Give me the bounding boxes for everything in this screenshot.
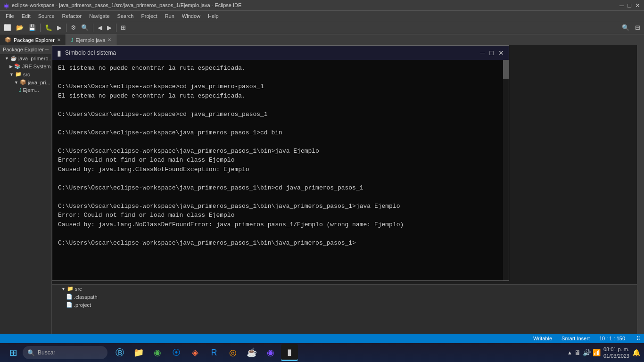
- taskbar-app-office[interactable]: ◈: [187, 344, 204, 361]
- taskbar-apps: Ⓑ 📁 ◉ ⦿ ◈ R ◎ ☕ ◉ ▮: [111, 344, 298, 361]
- tree-src[interactable]: ▼ 📁 src: [0, 70, 51, 78]
- toolbar-perspective-btn[interactable]: ⊟: [633, 23, 642, 32]
- menu-run[interactable]: Run: [161, 12, 178, 20]
- cmd-scrollbar[interactable]: [503, 60, 509, 280]
- cmd-icon: ▮: [57, 49, 61, 58]
- tree-package[interactable]: ▼ 📦 java_pri...: [0, 78, 51, 86]
- tray-arrow[interactable]: ▲: [567, 350, 572, 355]
- tab-package-explorer-close[interactable]: ✕: [57, 37, 61, 42]
- taskbar-app-eclipse[interactable]: ◉: [262, 344, 279, 361]
- taskbar-app-chrome[interactable]: ◉: [149, 344, 166, 361]
- toolbar-run[interactable]: ▶: [55, 23, 64, 32]
- taskbar-app-bing[interactable]: Ⓑ: [111, 344, 128, 361]
- ejemplo-label: Ejem...: [23, 87, 39, 93]
- tab-package-explorer-label: Package Explorer: [14, 37, 55, 43]
- cmd-titlebar: ▮ Símbolo del sistema ─ □ ✕: [52, 46, 509, 60]
- cmd-content[interactable]: El sistema no puede encontrar la ruta es…: [52, 60, 509, 280]
- close-button[interactable]: ✕: [635, 2, 640, 9]
- tab-ejemplo-java[interactable]: J Ejemplo.java ✕: [66, 34, 116, 45]
- toolbar: ⬜ 📂 💾 🐛 ▶ ⚙ 🔍 ◀ ▶ ⊞ 🔍 ⊟: [0, 21, 644, 34]
- toolbar-sep2: [66, 24, 66, 32]
- cmd-taskbar-icon-glyph: ▮: [287, 347, 292, 357]
- start-button[interactable]: ⊞: [4, 344, 23, 361]
- project-icon: ☕: [10, 55, 17, 61]
- cmd-line-6: [58, 119, 503, 128]
- windows-logo: ⊞: [9, 347, 17, 358]
- r-icon: R: [211, 348, 217, 358]
- taskbar-app-explorer[interactable]: 📁: [130, 344, 147, 361]
- toolbar-sep4: [116, 24, 116, 32]
- minimize-button[interactable]: ─: [619, 2, 624, 9]
- menu-search[interactable]: Search: [114, 12, 138, 20]
- cmd-line-8: [58, 137, 503, 147]
- pkg-icon: 📦: [20, 79, 26, 85]
- toolbar-build[interactable]: ⚙: [69, 23, 78, 32]
- cmd-title: Símbolo del sistema: [65, 49, 116, 56]
- toolbar-back[interactable]: ◀: [96, 23, 104, 32]
- toolbar-search[interactable]: 🔍: [79, 23, 91, 32]
- time: 08:01 p. m.: [603, 346, 629, 353]
- menu-edit[interactable]: Edit: [18, 12, 34, 20]
- tree-java-primeros[interactable]: ▼ ☕ java_primero...: [0, 54, 51, 62]
- maximize-button[interactable]: □: [627, 2, 631, 9]
- taskbar-app-cmd[interactable]: ▮: [281, 344, 298, 361]
- bottom-tree-src[interactable]: ▼ 📁 src: [52, 285, 637, 293]
- menu-window[interactable]: Window: [178, 12, 204, 20]
- taskbar-app-edge[interactable]: ⦿: [168, 344, 185, 361]
- toolbar-save[interactable]: 💾: [26, 23, 38, 32]
- sidebar-header: Package Explorer ─: [0, 45, 51, 54]
- toolbar-new[interactable]: ⬜: [2, 23, 13, 32]
- cmd-minimize[interactable]: ─: [480, 49, 485, 57]
- toolbar-debug[interactable]: 🐛: [43, 23, 54, 32]
- taskbar-app-r[interactable]: R: [206, 344, 223, 361]
- tab-package-explorer[interactable]: 📦 Package Explorer ✕: [0, 34, 66, 45]
- sidebar-collapse[interactable]: ─: [45, 47, 49, 52]
- bottom-classpath[interactable]: 📄 .classpath: [52, 293, 637, 301]
- toolbar-perspectives[interactable]: ⊞: [119, 23, 128, 32]
- toolbar-open[interactable]: 📂: [14, 23, 25, 32]
- notification-btn[interactable]: 🔔: [632, 349, 640, 356]
- taskbar-search[interactable]: 🔍 Buscar: [23, 346, 107, 359]
- tray-network[interactable]: 🖥: [574, 349, 581, 356]
- toolbar-search-global[interactable]: 🔍: [620, 23, 631, 32]
- office-icon: ◈: [192, 347, 198, 358]
- menu-project[interactable]: Project: [137, 12, 161, 20]
- menu-help[interactable]: Help: [204, 12, 223, 20]
- tray-wifi[interactable]: 📶: [593, 349, 601, 356]
- bottom-src-icon: 📁: [67, 286, 74, 292]
- cmd-close[interactable]: ✕: [498, 49, 504, 57]
- tree-jre-system[interactable]: ▶ 📚 JRE System...: [0, 62, 51, 70]
- bing-icon: Ⓑ: [116, 347, 124, 358]
- java-icon: ☕: [247, 347, 257, 358]
- src-icon: 📁: [15, 71, 22, 77]
- src-expand: ▼: [9, 72, 14, 77]
- taskbar-app-java[interactable]: ☕: [243, 344, 260, 361]
- clock[interactable]: 08:01 p. m. 01/03/2023: [603, 346, 629, 360]
- cmd-maximize[interactable]: □: [490, 49, 494, 57]
- classpath-icon: 📄: [66, 294, 73, 300]
- classpath-label: .classpath: [74, 294, 98, 300]
- project-file-icon: 📄: [66, 302, 73, 308]
- toolbar-forward[interactable]: ▶: [105, 23, 114, 32]
- menu-file[interactable]: File: [2, 12, 18, 20]
- taskbar-app-mozilla[interactable]: ◎: [224, 344, 241, 361]
- taskbar-right: ▲ 🖥 🔊 📶 08:01 p. m. 01/03/2023 🔔: [567, 346, 640, 360]
- date: 01/03/2023: [603, 353, 629, 359]
- mozilla-icon: ◎: [229, 347, 237, 358]
- menu-refactor[interactable]: Refactor: [58, 12, 86, 20]
- editor-area[interactable]: ▮ Símbolo del sistema ─ □ ✕ El sistema n…: [52, 45, 637, 334]
- cmd-window: ▮ Símbolo del sistema ─ □ ✕ El sistema n…: [52, 45, 509, 281]
- cmd-line-0: El sistema no puede encontrar la ruta es…: [58, 64, 503, 73]
- tree-ejemplo[interactable]: J Ejem...: [0, 86, 51, 94]
- bottom-project[interactable]: 📄 .project: [52, 301, 637, 309]
- menu-navigate[interactable]: Navigate: [85, 12, 113, 20]
- tray-sound[interactable]: 🔊: [583, 349, 591, 356]
- cmd-line-16: Error: Could not find or load main class…: [58, 211, 503, 220]
- cmd-line-11: Caused by: java.lang.ClassNotFoundExcept…: [58, 165, 503, 174]
- expand-icon2: ▶: [9, 64, 13, 69]
- status-bar: Writable Smart Insert 10 : 1 : 150 ⠿: [0, 334, 644, 343]
- title-bar: ◉ eclipse-workspace - java_primeros_paso…: [0, 0, 644, 10]
- menu-source[interactable]: Source: [34, 12, 58, 20]
- tab-ejemplo-java-close[interactable]: ✕: [107, 37, 111, 42]
- explorer-icon: 📁: [133, 347, 144, 358]
